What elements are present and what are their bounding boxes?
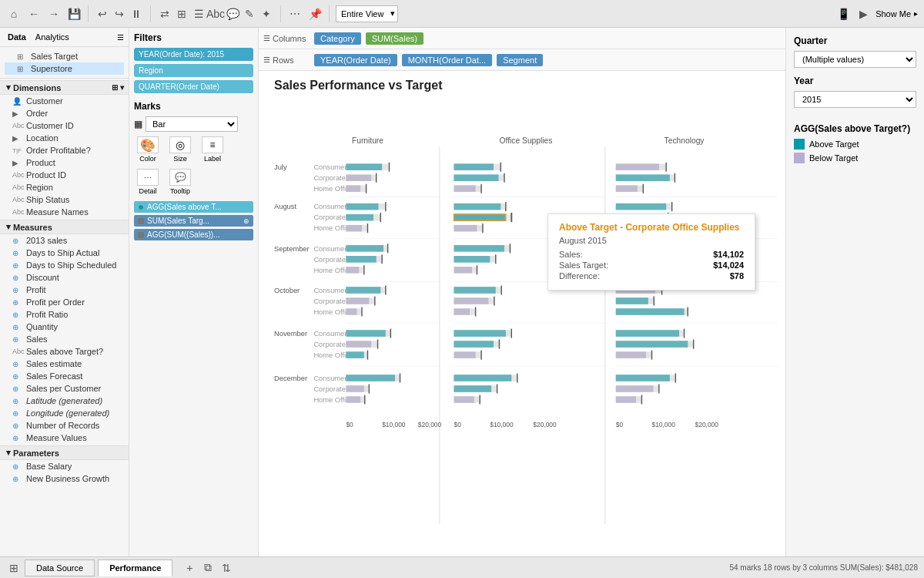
sidebar-item-sales-target[interactable]: ⊞ Sales Target [5,50,124,62]
svg-rect-117 [454,297,494,304]
svg-text:$10,000: $10,000 [490,421,514,428]
data-tab[interactable]: Data [5,31,29,43]
sort-sheets-icon[interactable]: ⇅ [219,560,234,576]
sidebar-item-longitude[interactable]: ⊕ Longitude (generated) [0,407,129,419]
save-icon[interactable]: 💾 [66,6,82,22]
svg-text:$20,000: $20,000 [418,421,442,428]
back-icon[interactable]: ← [26,6,42,22]
sidebar-item-sales-per-customer[interactable]: ⊕ Sales per Customer [0,382,129,395]
sidebar-item-order-profitable[interactable]: T|F Order Profitable? [0,144,129,156]
sidebar-item-measure-names[interactable]: Abc Measure Names [0,206,129,218]
sidebar-item-discount[interactable]: ⊕ Discount [0,271,129,284]
marks-pill-agg-sum-sales[interactable]: AGG(SUM({Sales})... [134,229,253,240]
parameters-header[interactable]: ▾ Parameters [0,445,129,460]
rows-pill-segment[interactable]: Segment [497,54,543,66]
svg-text:November: November [274,330,307,338]
legend-label-above: Above Target [809,139,859,149]
svg-text:July: July [274,163,287,171]
sidebar-item-latitude[interactable]: ⊕ Latitude (generated) [0,395,129,407]
chart-container: Sales Performance vs Target Furniture Of… [259,71,785,556]
sidebar-item-2013sales[interactable]: ⊕ 2013 sales [0,234,129,247]
highlight-icon[interactable]: ✦ [259,6,274,22]
sidebar-item-profit-ratio[interactable]: ⊕ Profit Ratio [0,308,129,321]
marks-tooltip-button[interactable]: 💬 Tooltip [166,169,194,195]
rows-pill-month[interactable]: MONTH(Order Dat... [402,54,492,66]
filter-region[interactable]: Region [134,64,253,77]
sidebar-item-location[interactable]: ▶ Location [0,132,129,144]
forward-icon[interactable]: → [46,6,62,22]
rows-pill-year[interactable]: YEAR(Order Date) [314,54,397,66]
filter-quarter[interactable]: QUARTER(Order Date) [134,80,253,93]
sidebar-item-product-id[interactable]: Abc Product ID [0,169,129,181]
sidebar-item-new-business[interactable]: ⊕ New Business Growth [0,472,129,485]
sidebar-item-sales-above-target[interactable]: Abc Sales above Target? [0,345,129,358]
marks-pill-sum-sales-target[interactable]: SUM(Sales Targ... ⊕ [134,215,253,227]
table2-icon: ⊞ [17,65,28,73]
columns-pill-sum-sales[interactable]: SUM(Sales) [366,32,424,45]
sidebar-item-order[interactable]: ▶ Order [0,107,129,119]
sidebar-item-customer[interactable]: 👤 Customer [0,95,129,107]
sidebar-item-superstore[interactable]: ⊞ Superstore [5,62,124,75]
add-sheet-icon[interactable]: + [182,560,197,576]
sidebar-item-profit-per-order[interactable]: ⊕ Profit per Order [0,296,129,308]
tooltip-title: Above Target - Corporate Office Supplies [559,222,744,233]
sidebar-item-base-salary[interactable]: ⊕ Base Salary [0,460,129,472]
data-source-tab[interactable]: Data Source [25,560,95,576]
sidebar-item-sales-estimate[interactable]: ⊕ Sales estimate [0,358,129,370]
marks-detail-button[interactable]: ⋯ Detail [134,169,162,195]
sidebar-menu-icon[interactable]: ☰ [117,33,124,42]
sidebar-item-sales-forecast[interactable]: ⊕ Sales Forecast [0,370,129,382]
svg-rect-189 [616,375,676,381]
pause-icon[interactable]: ⏸ [129,6,144,22]
sidebar-item-days-ship-actual[interactable]: ⊕ Days to Ship Actual [0,247,129,259]
sidebar-item-profit[interactable]: ⊕ Profit [0,284,129,296]
swap-icon[interactable]: ⇄ [157,6,172,22]
tooltip-subtitle: August 2015 [559,236,744,245]
columns-pill-category[interactable]: Category [314,32,361,45]
caption-icon[interactable]: ✎ [242,6,257,22]
marks-type-select[interactable]: Bar Line Circle Text [146,116,238,132]
svg-text:Technology: Technology [665,136,705,145]
sidebar-item-region[interactable]: Abc Region [0,181,129,193]
marks-pill-agg-sales[interactable]: AGG(Sales above T... [134,201,253,213]
sidebar-item-sales[interactable]: ⊕ Sales [0,333,129,345]
home-icon[interactable]: ⌂ [6,6,22,22]
legend-color-above [794,139,805,150]
filter-year[interactable]: YEAR(Order Date): 2015 [134,48,253,61]
sidebar-item-days-ship-scheduled[interactable]: ⊕ Days to Ship Scheduled [0,259,129,271]
marks-size-button[interactable]: ◎ Size [166,136,194,163]
device-icon[interactable]: 📱 [835,6,851,22]
present-icon[interactable]: ▶ [855,6,871,22]
sidebar-item-num-records[interactable]: ⊕ Number of Records [0,419,129,432]
sidebar-item-quantity[interactable]: ⊕ Quantity [0,321,129,333]
show-me-button[interactable]: Show Me ▸ [875,9,918,18]
tooltip-diff-value: $78 [730,271,744,281]
pin-icon[interactable]: 📌 [307,6,323,22]
svg-rect-36 [346,186,366,192]
label2-icon[interactable]: Abc [208,6,223,22]
sidebar-item-measure-values[interactable]: ⊕ Measure Values [0,432,129,444]
tooltip-icon[interactable]: 💬 [225,6,240,22]
sidebar-item-customer-id[interactable]: Abc Customer ID [0,119,129,132]
sort-icon[interactable]: ⊞ [174,6,189,22]
datasource-icon[interactable]: ⊞ [6,560,22,576]
parameters-list: ⊕ Base Salary ⊕ New Business Growth [0,460,129,485]
svg-text:December: December [274,375,307,382]
analytics-tab[interactable]: Analytics [32,31,72,43]
sidebar-item-product[interactable]: ▶ Product [0,156,129,169]
year-dropdown[interactable]: 2015 [794,91,916,108]
measures-header[interactable]: ▾ Measures [0,220,129,234]
group-icon[interactable]: ☰ [191,6,206,22]
marks-label-button[interactable]: ≡ Label [199,136,226,163]
dimensions-header[interactable]: ▾ Dimensions ⊞ ▾ [0,80,129,95]
marks-color-button[interactable]: 🎨 Color [134,136,162,163]
format-icon[interactable]: ⋯ [287,6,303,22]
undo-icon[interactable]: ↩ [95,6,110,22]
redo-icon[interactable]: ↪ [112,6,127,22]
duplicate-sheet-icon[interactable]: ⧉ [200,560,216,576]
performance-tab[interactable]: Performance [98,560,172,576]
filters-title: Filters [134,32,253,43]
view-dropdown[interactable]: Entire View ▾ [336,5,398,22]
sidebar-item-ship-status[interactable]: Abc Ship Status [0,193,129,206]
quarter-dropdown[interactable]: (Multiple values) [794,51,916,68]
